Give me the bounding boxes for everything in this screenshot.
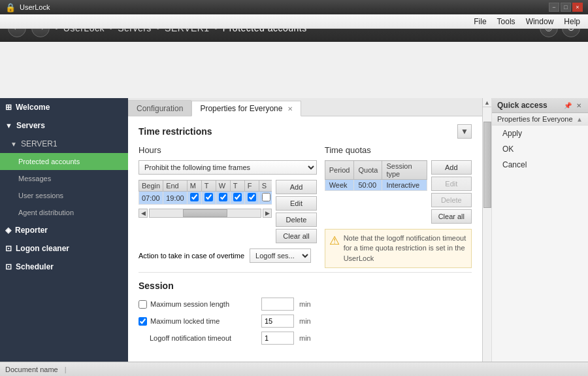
maximize-button[interactable]: □ [561,3,571,12]
time-restrictions-toggle[interactable]: ▼ [457,124,472,139]
menu-file[interactable]: File [468,14,491,29]
session-row-logoff-timeout: Logoff notification timeout min [139,332,472,345]
col-fri: F [244,180,259,192]
logon-cleaner-label: Logon cleaner [16,244,69,253]
cell-wed [216,192,230,205]
col-begin: Begin [139,180,163,192]
sidebar-item-messages[interactable]: Messages [0,170,128,187]
sidebar-item-user-sessions[interactable]: User sessions [0,187,128,204]
check-sat[interactable] [262,193,270,201]
qa-close-button[interactable]: ✕ [575,102,583,109]
check-tue[interactable] [204,193,213,201]
tab-properties-label: Properties for Everyone [200,104,282,113]
note-text: Note that the logoff notification timeou… [344,233,467,264]
menu-window[interactable]: Window [521,14,559,29]
cell-sat [259,192,272,205]
max-locked-checkbox[interactable] [139,317,147,326]
quota-edit-button[interactable]: Edit [431,177,472,191]
table-row[interactable]: 07:00 19:00 [139,192,272,205]
scroll-up-arrow[interactable]: ▲ [483,98,492,107]
menu-tools[interactable]: Tools [492,14,521,29]
scheduler-label: Scheduler [16,262,54,271]
sidebar: ⊞ Welcome ▼ Servers ▼ SERVER1 Protected … [0,98,128,376]
sidebar-item-agent-distribution[interactable]: Agent distribution [0,204,128,221]
minimize-button[interactable]: − [549,3,559,12]
max-locked-unit: min [299,317,311,325]
logon-cleaner-icon: ⊡ [5,244,12,253]
time-restrictions-header: Time restrictions ▼ [139,124,472,139]
close-button[interactable]: × [572,3,583,12]
check-wed[interactable] [219,193,227,201]
overtime-dropdown[interactable]: Logoff ses... Lock session None [250,248,311,263]
hours-column: Hours Prohibit the following time frames… [139,145,317,268]
note-box: ⚠ Note that the logoff notification time… [325,229,472,268]
scroll-track[interactable] [149,209,261,218]
check-fri[interactable] [248,193,256,201]
session-title: Session [139,281,174,291]
hours-scrollbar: ◀ ▶ [139,209,272,218]
tabs-bar: Configuration Properties for Everyone ✕ [128,98,482,116]
quick-access-title: Quick access [497,101,547,110]
check-mon[interactable] [190,193,199,201]
hours-add-button[interactable]: Add [276,180,316,194]
server1-icon: ▼ [10,141,17,148]
qa-subheader-arrow: ▲ [576,116,583,123]
vscroll-track[interactable] [483,107,492,376]
max-locked-input[interactable] [261,315,294,328]
col-sat: S [259,180,272,192]
quota-add-button[interactable]: Add [431,160,472,175]
sidebar-item-welcome[interactable]: ⊞ Welcome [0,98,128,116]
content-body: Time restrictions ▼ Hours Prohibit the f… [128,116,482,376]
sidebar-item-server1[interactable]: ▼ SERVER1 [0,135,128,153]
sidebar-item-reporter[interactable]: ◈ Reporter [0,221,128,239]
quota-delete-button[interactable]: Delete [431,193,472,207]
agent-distribution-label: Agent distribution [18,209,74,216]
hours-delete-button[interactable]: Delete [276,213,316,227]
app-title: UserLock [20,3,50,11]
time-quotas-title: Time quotas [325,145,472,155]
hours-clear-all-button[interactable]: Clear all [276,229,316,243]
menu-help[interactable]: Help [559,14,585,29]
scroll-left[interactable]: ◀ [139,209,148,218]
vertical-scrollbar[interactable]: ▲ ▼ [482,98,491,376]
overtime-action-row: Action to take in case of overtime Logof… [139,248,317,263]
tab-properties-for-everyone[interactable]: Properties for Everyone ✕ [191,101,301,116]
quota-period: Week [325,180,354,191]
tab-configuration[interactable]: Configuration [128,100,191,116]
qa-cancel-button[interactable]: Cancel [492,157,588,173]
max-session-unit: min [299,300,311,308]
quota-table-wrapper: Period Quota Session type Week 5 [325,160,427,224]
scheduler-icon: ⊡ [5,262,12,271]
quota-clear-all-button[interactable]: Clear all [431,209,472,224]
session-section: Session Maximum session length min Maxim… [139,281,472,345]
hours-dropdown-row: Prohibit the following time frames Allow… [139,160,317,175]
max-session-text: Maximum session length [150,300,229,308]
scroll-right[interactable]: ▶ [263,209,272,218]
max-session-label: Maximum session length [139,300,256,309]
qa-apply-button[interactable]: Apply [492,126,588,141]
sidebar-item-protected-accounts[interactable]: Protected accounts [0,153,128,170]
table-row[interactable]: Week 50:00 Interactive [325,180,427,191]
tab-close-icon[interactable]: ✕ [287,105,293,112]
sidebar-item-servers[interactable]: ▼ Servers [0,116,128,135]
check-thu[interactable] [233,193,242,201]
hours-edit-button[interactable]: Edit [276,196,316,211]
max-session-checkbox[interactable] [139,300,147,309]
hours-table-area: Begin End M T W T F S [139,180,317,243]
status-bar: Document name | [0,362,588,376]
max-session-input[interactable] [261,298,294,311]
quick-access-controls: 📌 ✕ [563,102,583,109]
quota-value: 50:00 [354,180,382,191]
hours-dropdown[interactable]: Prohibit the following time frames Allow… [139,160,317,175]
messages-label: Messages [18,175,51,182]
qa-ok-button[interactable]: OK [492,141,588,157]
sidebar-item-logon-cleaner[interactable]: ⊡ Logon cleaner [0,239,128,258]
col-tue: T [201,180,216,192]
qa-pin-button[interactable]: 📌 [563,102,573,109]
logoff-timeout-text: Logoff notification timeout [139,334,231,342]
content-area: Configuration Properties for Everyone ✕ … [128,98,482,376]
sidebar-item-scheduler[interactable]: ⊡ Scheduler [0,258,128,276]
logoff-timeout-input[interactable] [261,332,294,345]
servers-label: Servers [16,121,45,130]
time-restrictions-body: Hours Prohibit the following time frames… [139,145,472,268]
